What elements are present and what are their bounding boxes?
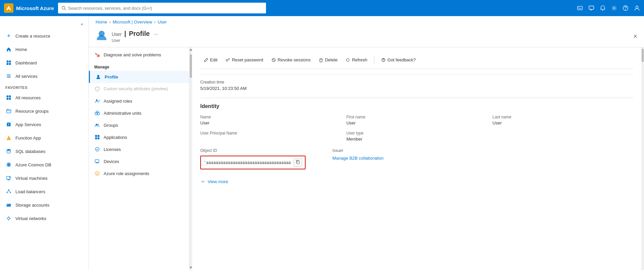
sidebar-function-app-label: Function App [15, 136, 41, 141]
svg-rect-11 [7, 63, 9, 65]
refresh-icon [345, 58, 350, 62]
reset-password-button[interactable]: Reset password [222, 55, 266, 64]
revoke-sessions-button[interactable]: Revoke sessions [268, 55, 314, 64]
sidebar-item-virtual-machines[interactable]: Virtual machines [0, 171, 89, 185]
identity-grid-row1: Name User First name User Last name User [200, 115, 633, 125]
vm-icon [5, 175, 12, 181]
user-avatar-icon [96, 29, 108, 41]
identity-heading: Identity [200, 103, 633, 109]
creation-time-section: Creation time 5/19/2021, 10:23:50 AM [200, 80, 633, 91]
name-label: Name [200, 115, 341, 119]
object-id-label: Object ID [200, 148, 306, 153]
copy-object-id-button[interactable] [293, 158, 302, 167]
sidebar-collapse-btn[interactable]: « [0, 19, 89, 29]
sidebar-item-storage-accounts[interactable]: Storage accounts [0, 198, 89, 212]
svg-rect-20 [7, 110, 11, 113]
user-type-field: User type Member [346, 131, 487, 142]
sidebar-item-all-resources[interactable]: All resources [0, 91, 89, 104]
left-panel-azure-role-assignments[interactable]: A Azure role assignments [89, 167, 189, 179]
left-panel-groups[interactable]: Groups [89, 119, 189, 131]
scroll-up-arrow[interactable] [190, 49, 192, 51]
refresh-label: Refresh [352, 57, 367, 62]
sidebar-item-app-services[interactable]: App Services [0, 118, 89, 131]
view-more-section[interactable]: View more [200, 176, 633, 184]
svg-rect-58 [320, 59, 322, 62]
delete-button[interactable]: Delete [315, 55, 341, 64]
vnet-icon [5, 215, 12, 222]
svg-text:f: f [8, 137, 9, 140]
search-bar[interactable] [58, 3, 266, 13]
svg-rect-2 [578, 6, 582, 10]
sidebar-item-all-services[interactable]: All services [0, 69, 89, 83]
svg-point-0 [62, 6, 65, 9]
main-layout: « + Create a resource Home Dashboard All… [0, 0, 644, 270]
manage-b2b-link[interactable]: Manage B2B collaboration [332, 156, 384, 161]
sidebar-item-resource-groups[interactable]: Resource groups [0, 104, 89, 118]
terminal-icon-btn[interactable] [577, 5, 583, 11]
revoke-icon [271, 58, 276, 62]
feedback-icon-btn[interactable] [588, 5, 594, 11]
sidebar-item-home[interactable]: Home [0, 43, 89, 56]
sidebar-item-create-resource[interactable]: + Create a resource [0, 29, 89, 43]
last-name-value: User [492, 120, 633, 125]
svg-point-33 [7, 192, 8, 193]
edit-button[interactable]: Edit [200, 55, 221, 64]
bell-icon-btn[interactable] [600, 5, 606, 11]
creation-time-value: 5/19/2021, 10:23:50 AM [200, 86, 633, 91]
left-panel-profile[interactable]: Profile [89, 71, 189, 83]
left-panel-licenses[interactable]: Licenses [89, 143, 189, 155]
object-id-value: 'aaaaaaaaaaaaaaaaaaaaaaaaaaaaaaaaaaa [204, 160, 291, 165]
breadcrumb-user[interactable]: User [158, 19, 167, 24]
left-panel-admin-units[interactable]: Administrative units [89, 107, 189, 119]
brand: Microsoft Azure [4, 3, 54, 13]
page-header-ellipsis-btn[interactable]: ··· [154, 31, 158, 37]
left-panel-assigned-roles[interactable]: Assigned roles [89, 95, 189, 107]
sidebar-vm-label: Virtual machines [15, 176, 48, 181]
svg-line-57 [273, 59, 275, 61]
svg-rect-50 [98, 138, 100, 140]
scroll-down-arrow[interactable] [190, 267, 192, 269]
right-scrollbar-thumb [642, 49, 644, 62]
sidebar-home-label: Home [15, 47, 27, 52]
svg-point-40 [97, 75, 99, 77]
settings-icon-btn[interactable] [611, 5, 617, 11]
edit-label: Edit [210, 57, 217, 62]
left-panel-applications-label: Applications [104, 135, 127, 140]
svg-point-41 [96, 99, 98, 101]
svg-text:A: A [96, 172, 98, 175]
help-icon-btn[interactable] [623, 5, 629, 11]
sidebar-item-load-balancers[interactable]: Load balancers [0, 185, 89, 198]
svg-point-46 [97, 124, 99, 125]
left-panel-custom-security[interactable]: Custom security attributes (preview) [89, 83, 189, 95]
refresh-button[interactable]: Refresh [342, 55, 371, 64]
close-button[interactable]: × [633, 33, 637, 40]
sidebar-item-function-app[interactable]: f Function App [0, 131, 89, 145]
breadcrumb-home[interactable]: Home [96, 19, 107, 24]
allservices-icon [5, 73, 12, 79]
svg-rect-18 [7, 98, 9, 100]
left-panel-devices[interactable]: Devices [89, 155, 189, 167]
first-name-field: First name User [346, 115, 487, 125]
left-panel-scrollbar[interactable] [190, 47, 192, 270]
breadcrumb-overview[interactable]: Microsoft | Overview [113, 19, 152, 24]
sidebar-item-sql-databases[interactable]: SQL databases [0, 145, 89, 158]
azure-logo-icon [6, 5, 11, 11]
content-body: Diagnose and solve problems Manage Profi… [89, 47, 644, 270]
assigned-roles-icon [94, 98, 100, 104]
right-panel-scrollbar[interactable] [641, 47, 644, 270]
feedback-button[interactable]: Got feedback? [378, 55, 419, 64]
left-panel-custom-security-label: Custom security attributes (preview) [104, 87, 168, 91]
sidebar-item-virtual-networks[interactable]: Virtual networks [0, 212, 89, 225]
svg-rect-48 [98, 135, 100, 137]
sidebar-item-dashboard[interactable]: Dashboard [0, 56, 89, 69]
user-icon-btn[interactable] [634, 5, 640, 11]
right-panel: Edit Reset password Revoke sessions Dele… [192, 47, 641, 270]
main-content: Home › Microsoft | Overview › User User … [89, 16, 644, 270]
sidebar-item-azure-cosmos-db[interactable]: Azure Cosmos DB [0, 158, 89, 171]
svg-point-7 [625, 9, 626, 10]
left-panel-applications[interactable]: Applications [89, 131, 189, 143]
dashboard-icon [5, 59, 12, 66]
name-field: Name User [200, 115, 341, 125]
search-input[interactable] [68, 6, 263, 11]
left-panel-diagnose[interactable]: Diagnose and solve problems [89, 49, 189, 61]
